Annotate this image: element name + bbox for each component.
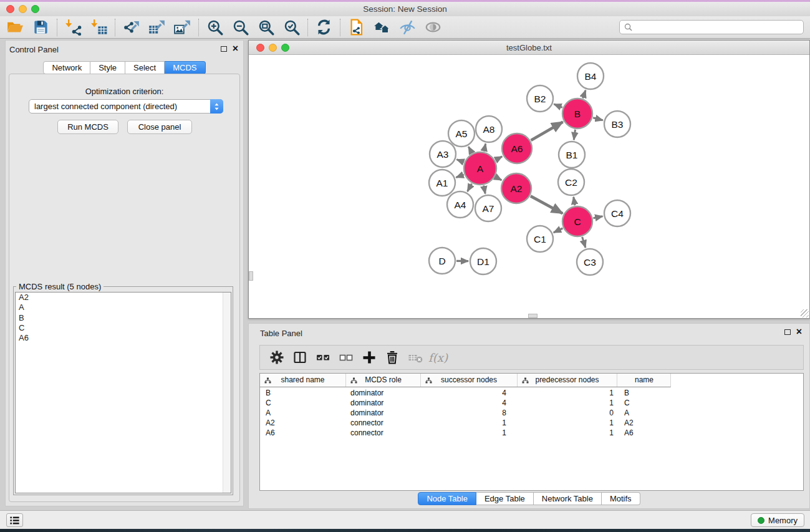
graph-edge-A-A7[interactable] — [484, 185, 486, 193]
table-cell[interactable]: dominator — [346, 399, 421, 409]
zoom-in-button[interactable] — [202, 17, 228, 37]
export-table-button[interactable] — [144, 17, 170, 37]
refresh-button[interactable] — [311, 17, 337, 37]
table-cell[interactable]: dominator — [346, 409, 421, 418]
close-panel-icon[interactable]: × — [233, 45, 238, 52]
result-scrollbar[interactable] — [223, 293, 231, 493]
table-row[interactable]: Adominator80A — [260, 409, 803, 418]
export-network-button[interactable] — [118, 17, 144, 37]
search-input[interactable] — [635, 22, 803, 32]
graph-edge-C-C2[interactable] — [574, 197, 575, 206]
hide-panels-button[interactable] — [395, 17, 420, 37]
tab-node-table[interactable]: Node Table — [418, 492, 476, 505]
table-cell[interactable]: 8 — [421, 409, 518, 418]
open-session-button[interactable] — [2, 17, 28, 37]
run-mcds-button[interactable]: Run MCDS — [57, 120, 118, 134]
table-cell[interactable]: A6 — [617, 428, 671, 438]
mcds-result-item[interactable]: A2 — [16, 293, 231, 302]
table-cell[interactable]: 1 — [518, 399, 617, 409]
table-cell[interactable]: A2 — [260, 418, 346, 428]
graph-edge-C-C3[interactable] — [582, 237, 586, 248]
graph-edge-A-A1[interactable] — [456, 175, 463, 178]
table-cell[interactable]: C — [617, 399, 671, 409]
zoom-selected-button[interactable] — [279, 17, 304, 37]
function-builder-button[interactable]: f(x) — [427, 347, 450, 368]
graph-edge-A-A4[interactable] — [468, 184, 472, 191]
graph-edge-C-C4[interactable] — [593, 216, 602, 218]
column-header[interactable]: name — [617, 374, 671, 387]
table-row[interactable]: A6connector11A6 — [260, 428, 803, 438]
table-cell[interactable]: 4 — [421, 389, 518, 399]
table-cell[interactable]: 1 — [518, 418, 617, 428]
select-all-button[interactable] — [311, 347, 334, 368]
add-row-button[interactable] — [357, 347, 380, 368]
resize-grip[interactable] — [801, 309, 809, 317]
unselect-all-button[interactable] — [334, 347, 357, 368]
mcds-result-item[interactable]: B — [16, 313, 231, 323]
zoom-out-button[interactable] — [228, 17, 253, 37]
column-header[interactable]: successor nodes — [421, 374, 518, 387]
show-panels-button[interactable] — [420, 17, 446, 37]
tab-motifs[interactable]: Motifs — [602, 492, 640, 505]
graph-edge-A-A3[interactable] — [456, 160, 463, 162]
show-all-networks-button[interactable] — [369, 17, 395, 37]
table-cell[interactable]: B — [260, 389, 346, 399]
graph-edge-B-B1[interactable] — [574, 130, 575, 140]
table-cell[interactable]: A6 — [260, 428, 346, 438]
tab-edge-table[interactable]: Edge Table — [476, 492, 534, 505]
close-panel-button[interactable]: Close panel — [127, 120, 192, 134]
graph-edge-A6-B[interactable] — [531, 122, 563, 140]
tab-select[interactable]: Select — [125, 61, 165, 74]
table-settings-button[interactable] — [265, 347, 288, 368]
table-cell[interactable]: C — [260, 399, 346, 409]
export-image-button[interactable] — [170, 17, 195, 37]
table-cell[interactable]: connector — [346, 428, 421, 438]
mcds-result-item[interactable]: A — [16, 302, 231, 312]
tab-network[interactable]: Network — [43, 61, 90, 74]
mcds-result-item[interactable]: A6 — [16, 333, 231, 343]
import-table-button[interactable] — [86, 17, 112, 37]
mcds-result-list[interactable]: A2ABCA6 — [15, 292, 231, 493]
network-window-titlebar[interactable]: testGlobe.txt — [249, 41, 809, 55]
save-session-button[interactable] — [28, 17, 54, 37]
network-graph[interactable]: AA1A2A3A4A5A6A7A8BB1B2B3B4CC1C2C3C4DD1 — [249, 56, 809, 319]
table-cell[interactable]: A — [617, 409, 671, 418]
graph-edge-B-B4[interactable] — [583, 90, 586, 99]
column-header[interactable]: MCDS role — [346, 374, 421, 387]
table-cell[interactable]: A — [260, 409, 346, 418]
graph-edge-C-C1[interactable] — [554, 228, 563, 233]
table-row[interactable]: Bdominator41B — [260, 389, 803, 399]
mcds-result-item[interactable]: C — [16, 323, 231, 333]
network-canvas[interactable]: AA1A2A3A4A5A6A7A8BB1B2B3B4CC1C2C3C4DD1 — [249, 56, 809, 318]
new-network-from-selection-button[interactable] — [344, 17, 369, 37]
delete-row-button[interactable] — [380, 347, 403, 368]
column-header[interactable]: predecessor nodes — [518, 374, 617, 387]
table-cell[interactable]: 4 — [421, 399, 518, 409]
node-table[interactable]: shared name MCDS role successor nodes pr… — [259, 373, 804, 491]
table-row[interactable]: A2connector11A2 — [260, 418, 803, 428]
optimization-criterion-select[interactable]: largest connected component (directed) — [29, 99, 223, 114]
graph-edge-A-A2[interactable] — [496, 177, 502, 180]
memory-button[interactable]: Memory — [751, 513, 804, 527]
table-cell[interactable]: 1 — [518, 428, 617, 438]
tab-style[interactable]: Style — [90, 61, 125, 74]
tab-network-table[interactable]: Network Table — [534, 492, 602, 505]
column-header[interactable]: shared name — [260, 374, 346, 387]
table-cell[interactable]: dominator — [346, 389, 421, 399]
table-cell[interactable]: 0 — [518, 409, 617, 418]
import-network-button[interactable] — [60, 17, 86, 37]
graph-edge-B-B3[interactable] — [593, 118, 603, 120]
table-cell[interactable]: 1 — [421, 428, 518, 438]
graph-edge-B-B2[interactable] — [554, 104, 562, 107]
delete-table-button[interactable] — [403, 347, 427, 368]
float-panel-icon[interactable] — [784, 329, 791, 335]
task-history-button[interactable] — [6, 513, 23, 527]
insert-column-button[interactable] — [288, 347, 311, 368]
table-cell[interactable]: B — [617, 389, 671, 399]
search-field[interactable] — [619, 20, 804, 34]
graph-edge-A-A6[interactable] — [496, 157, 503, 160]
graph-edge-A-A5[interactable] — [468, 147, 471, 153]
zoom-fit-button[interactable] — [253, 17, 279, 37]
table-cell[interactable]: A2 — [617, 418, 671, 428]
table-cell[interactable]: 1 — [421, 418, 518, 428]
